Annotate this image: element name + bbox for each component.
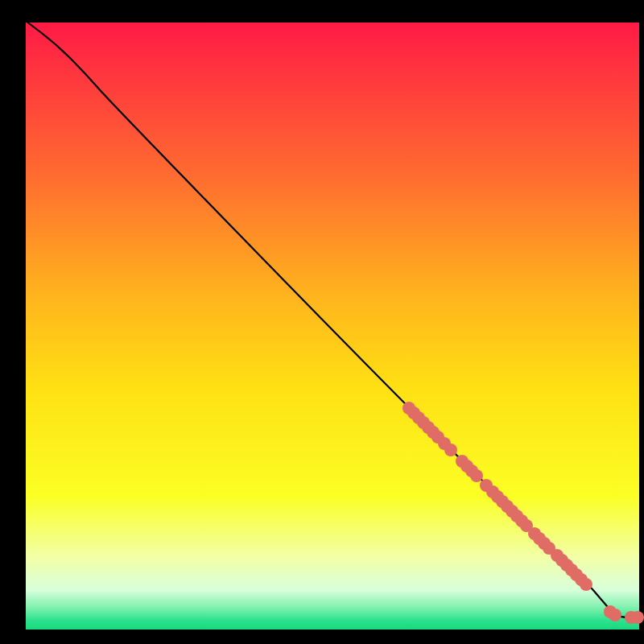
data-point bbox=[580, 578, 592, 591]
bottleneck-chart bbox=[0, 0, 644, 644]
frame-left bbox=[0, 0, 26, 644]
data-point bbox=[470, 469, 483, 482]
data-point bbox=[444, 444, 457, 456]
data-point bbox=[609, 609, 621, 621]
frame-top bbox=[0, 0, 644, 23]
data-point bbox=[631, 611, 644, 624]
frame-bottom bbox=[0, 630, 644, 644]
chart-stage: TheBottleneck.com bbox=[0, 0, 644, 644]
